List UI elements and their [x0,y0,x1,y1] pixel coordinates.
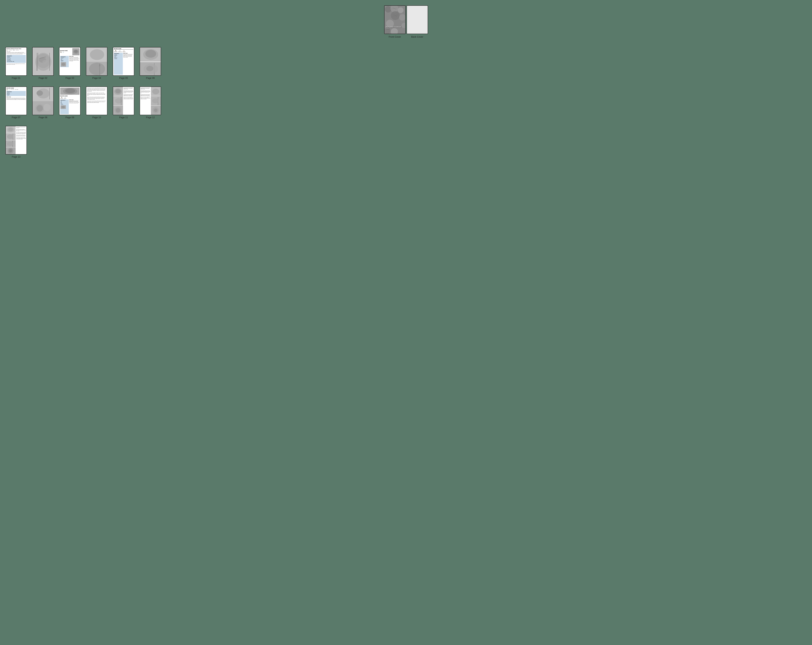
svg-point-42 [145,50,156,58]
svg-point-73 [152,89,159,94]
page-group-09: RECIPE NAME 🍳Serving Time 🕐Total Time IN… [59,87,81,119]
main-container: My Custom Cookbook Author Front Cover Ba… [5,5,807,158]
page-13-label: Page 13 [12,156,20,158]
page-04[interactable] [86,47,107,76]
page-11-label: Page 11 [119,116,128,119]
p01-directions-text: DIRECTIONS Lorem ipsum dolor sit amet, c… [6,51,26,54]
page-03-label: Page 03 [66,76,74,79]
page-03[interactable]: RECIPE NAME 🍳 🕐 INGREDIENTS Lo [59,47,81,76]
svg-point-55 [37,105,43,112]
page-10-label: Page 10 [92,116,101,119]
p01-ingredients-box: INGREDIENTS 1 cup flour2 tbsp butter1/4 … [6,55,26,63]
page-group-05: RECIPE NAME 🍳INGREDIENTS 🕐SERVING SIZE 📋… [113,47,134,79]
svg-point-52 [37,90,43,96]
page-group-12: Lorem ipsum dolor sit amet consectetur a… [140,87,161,119]
cover-title: My Custom Cookbook [386,26,401,28]
page-group-03: RECIPE NAME 🍳 🕐 INGREDIENTS Lo [59,47,81,79]
page-01-label: Page 01 [12,76,20,79]
page-group-04: Page 04 [86,47,107,79]
page-06[interactable] [140,47,161,76]
page-01[interactable]: Blueberry Banana French Toast 🍳 Cooking … [5,47,27,76]
page-05[interactable]: RECIPE NAME 🍳INGREDIENTS 🕐SERVING SIZE 📋… [113,47,134,76]
svg-point-47 [146,66,153,71]
svg-point-85 [7,134,14,139]
svg-point-30 [62,63,65,66]
svg-point-1 [385,6,391,12]
page-row-3: Lorem ipsum dolor sit amet consectetur a… [5,126,27,158]
page-12[interactable]: Lorem ipsum dolor sit amet consectetur a… [140,87,161,115]
back-cover-label: Back Cover [406,35,428,38]
svg-point-79 [154,109,157,112]
front-cover-page[interactable]: My Custom Cookbook Author [384,5,406,34]
p01-meta: 🍳 Cooking Time 🍽 Serving Size [6,50,26,51]
back-cover-page [406,5,428,34]
page-02-label: Page 02 [39,76,47,79]
svg-point-35 [89,63,105,75]
svg-point-65 [115,89,121,93]
svg-point-56 [43,104,50,111]
page-02[interactable] [32,47,54,76]
page-05-label: Page 05 [119,76,128,79]
page-10[interactable]: Lorem ipsum dolor sit amet, consectetur … [86,87,107,115]
page-07[interactable]: RECIPE NAME 🍳 🕐 COOK TIME TOTAL TIME ING… [5,87,27,115]
page-group-07: RECIPE NAME 🍳 🕐 COOK TIME TOTAL TIME ING… [5,87,27,119]
page-group-11: Lorem ipsum dolor sit amet consectetur a… [113,87,134,119]
p01-extra-text: Lorem ipsum dolor sit amet consectetur a… [6,63,26,65]
svg-point-88 [7,142,13,146]
svg-point-60 [65,89,75,93]
page-group-06: Page 06 [140,47,161,79]
cover-row: My Custom Cookbook Author Front Cover Ba… [5,5,807,38]
page-group-08: Page 08 [32,87,54,119]
page-row-2: RECIPE NAME 🍳 🕐 COOK TIME TOTAL TIME ING… [5,87,161,119]
cover-pair: My Custom Cookbook Author [384,5,428,34]
svg-point-28 [74,50,78,53]
svg-point-24 [43,60,48,64]
svg-point-91 [9,149,12,152]
svg-point-76 [152,98,159,103]
page-11[interactable]: Lorem ipsum dolor sit amet consectetur a… [113,87,134,115]
page-09-label: Page 09 [66,116,74,119]
svg-point-3 [398,7,403,13]
page-06-label: Page 06 [146,76,155,79]
page-row-1: Blueberry Banana French Toast 🍳 Cooking … [5,47,161,79]
page-13[interactable]: Lorem ipsum dolor sit amet consectetur a… [5,126,27,154]
page-group-10: Lorem ipsum dolor sit amet, consectetur … [86,87,107,119]
page-09[interactable]: RECIPE NAME 🍳Serving Time 🕐Total Time IN… [59,87,81,115]
cover-author: Author [386,28,401,29]
page-group-02: Page 02 [32,47,54,79]
page-04-label: Page 04 [92,76,101,79]
p01-title: Blueberry Banana French Toast [6,48,26,49]
cover-labels: Front Cover Back Cover [384,35,428,38]
page-07-label: Page 07 [12,116,20,119]
svg-point-71 [116,108,120,113]
svg-point-82 [8,128,13,131]
page-group-13: Lorem ipsum dolor sit amet consectetur a… [5,126,27,158]
page-08-label: Page 08 [39,116,47,119]
page-12-label: Page 12 [146,116,155,119]
front-cover-label: Front Cover [384,35,406,38]
svg-point-34 [90,49,104,60]
page-group-01: Blueberry Banana French Toast 🍳 Cooking … [5,47,27,79]
page-08[interactable] [32,87,54,115]
svg-point-62 [61,106,65,109]
